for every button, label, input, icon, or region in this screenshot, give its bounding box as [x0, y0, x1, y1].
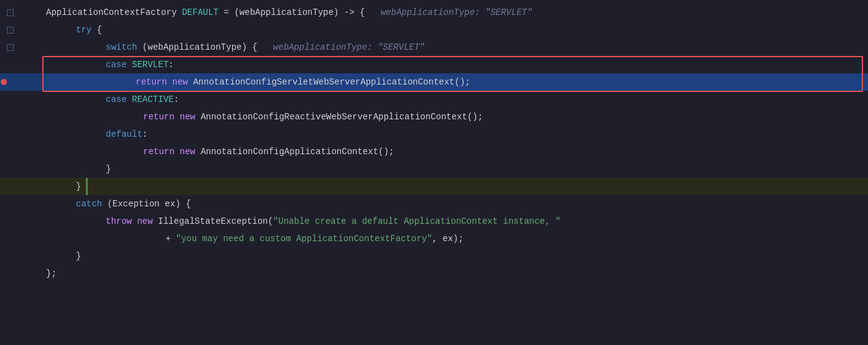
line-number-7	[14, 108, 44, 126]
fold-16[interactable]	[7, 265, 14, 282]
line-number-5	[14, 73, 44, 91]
code-line-5: return new AnnotationConfigServletWebSer…	[0, 73, 868, 91]
line-number-2	[14, 21, 44, 39]
fold-8[interactable]	[7, 126, 14, 143]
code-line-12: catch (Exception ex) {	[0, 195, 868, 213]
gutter-6	[0, 91, 44, 108]
gutter-1: -	[0, 4, 44, 21]
token: AnnotationConfigApplicationContext();	[200, 145, 394, 159]
token: (Exception ex) {	[102, 197, 191, 211]
fold-13[interactable]	[7, 213, 14, 230]
code-line-7: return new AnnotationConfigReactiveWebSe…	[0, 108, 868, 126]
gutter-2: -	[0, 21, 44, 39]
fold-12[interactable]	[7, 195, 14, 213]
token: new	[180, 145, 201, 159]
gutter-12	[0, 195, 44, 213]
breakpoint-15[interactable]	[0, 247, 7, 265]
token: }	[76, 180, 81, 193]
line-number-3	[14, 39, 44, 56]
token: }	[76, 249, 81, 263]
fold-1[interactable]: -	[7, 4, 14, 21]
token: catch	[76, 197, 102, 211]
token: new	[172, 75, 194, 89]
line-number-8	[14, 126, 44, 143]
line-number-9	[14, 143, 44, 160]
breakpoint-10[interactable]	[0, 160, 7, 178]
fold-2[interactable]: -	[7, 21, 14, 39]
line-content-9: return new AnnotationConfigApplicationCo…	[44, 143, 868, 160]
gutter-5	[0, 73, 44, 91]
breakpoint-1[interactable]	[0, 4, 7, 21]
token: try	[76, 23, 91, 37]
breakpoint-12[interactable]	[0, 195, 7, 213]
fold-6[interactable]	[7, 91, 14, 108]
token: DEFAULT	[182, 6, 218, 19]
token: IllegalStateException(	[158, 214, 273, 228]
breakpoint-2[interactable]	[0, 21, 7, 39]
fold-3[interactable]: -	[7, 39, 14, 56]
fold-4[interactable]	[7, 56, 14, 73]
breakpoint-11[interactable]	[0, 178, 7, 195]
fold-5[interactable]	[7, 73, 14, 91]
code-line-9: return new AnnotationConfigApplicationCo…	[0, 143, 868, 160]
gutter-16	[0, 265, 44, 282]
token: throw	[106, 214, 137, 228]
breakpoint-13[interactable]	[0, 213, 7, 230]
code-line-14: + "you may need a custom ApplicationCont…	[0, 230, 868, 247]
breakpoint-4[interactable]	[0, 56, 7, 73]
gutter-7	[0, 108, 44, 126]
token: :	[174, 93, 179, 106]
fold-icon-1[interactable]: -	[7, 9, 14, 16]
gutter-4	[0, 56, 44, 73]
line-content-8: default:	[44, 126, 868, 143]
code-line-10: }	[0, 160, 868, 178]
line-content-1: ApplicationContextFactory DEFAULT = (web…	[44, 4, 868, 21]
breakpoint-9[interactable]	[0, 143, 7, 160]
fold-icon-2[interactable]: -	[7, 27, 14, 34]
fold-7[interactable]	[7, 108, 14, 126]
token: REACTIVE	[132, 93, 174, 106]
token: {	[91, 23, 102, 37]
token: return	[136, 75, 172, 89]
token: new	[180, 110, 201, 124]
breakpoint-6[interactable]	[0, 91, 7, 108]
breakpoint-16[interactable]	[0, 265, 7, 282]
line-number-14	[14, 230, 44, 247]
fold-15[interactable]	[7, 247, 14, 265]
token: new	[137, 214, 158, 228]
red-box-region: case SERVLET: return new AnnotationConfi…	[0, 56, 868, 91]
code-line-11: }	[0, 178, 868, 195]
fold-11[interactable]	[7, 178, 14, 195]
fold-14[interactable]	[7, 230, 14, 247]
code-line-8: default:	[0, 126, 868, 143]
code-line-15: }	[0, 247, 868, 265]
fold-9[interactable]	[7, 143, 14, 160]
line-content-5: return new AnnotationConfigServletWebSer…	[44, 73, 868, 91]
breakpoint-7[interactable]	[0, 108, 7, 126]
gutter-14	[0, 230, 44, 247]
line-number-1	[14, 4, 44, 21]
code-content: - ApplicationContextFactory DEFAULT = (w…	[0, 0, 868, 282]
gutter-15	[0, 247, 44, 265]
gutter-9	[0, 143, 44, 160]
line-number-10	[14, 160, 44, 178]
breakpoint-14[interactable]	[0, 230, 7, 247]
line-content-2: try {	[44, 21, 868, 39]
line-number-4	[14, 56, 44, 73]
fold-10[interactable]	[7, 160, 14, 178]
token: case	[106, 58, 132, 71]
token: case	[106, 93, 132, 106]
gutter-13	[0, 213, 44, 230]
breakpoint-5[interactable]	[0, 73, 7, 91]
breakpoint-8[interactable]	[0, 126, 7, 143]
breakpoint-dot-5[interactable]	[1, 79, 7, 85]
line-content-7: return new AnnotationConfigReactiveWebSe…	[44, 108, 868, 126]
code-editor: - ApplicationContextFactory DEFAULT = (w…	[0, 0, 868, 345]
line-content-6: case REACTIVE:	[44, 91, 868, 108]
breakpoint-3[interactable]	[0, 39, 7, 56]
token: "Unable create a default ApplicationCont…	[273, 214, 561, 228]
token: ApplicationContextFactory	[46, 6, 182, 19]
fold-icon-3[interactable]: -	[7, 44, 14, 51]
token: return	[143, 145, 180, 159]
code-line-4: case SERVLET:	[0, 56, 868, 73]
